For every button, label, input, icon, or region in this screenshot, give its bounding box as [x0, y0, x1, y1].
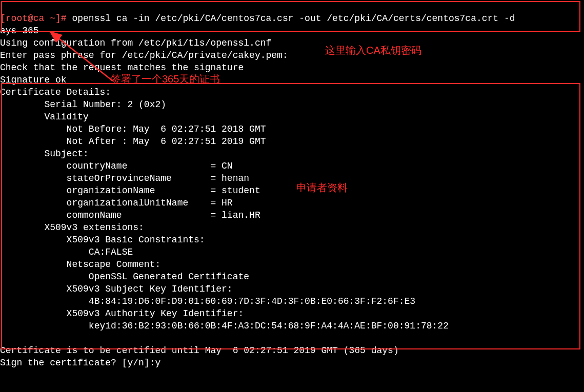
out-line-2: Enter pass phrase for /etc/pki/CA/privat… [0, 50, 288, 60]
out-line-25: Certificate is to be certified until May… [0, 345, 399, 356]
out-line-24: keyid:36:B2:93:0B:66:0B:4F:A3:DC:54:68:9… [0, 321, 449, 331]
command-text: openssl ca -in /etc/pki/CA/centos7ca.csr… [0, 13, 515, 36]
out-line-3: Check that the request matches the signa… [0, 63, 244, 73]
out-line-8: Not Before: May 6 02:27:51 2018 GMT [0, 124, 266, 134]
out-line-20: OpenSSL Generated Certificate [0, 272, 249, 282]
annotation-sign365: 签署了一个365天的证书 [111, 73, 220, 85]
out-line-9: Not After : May 6 02:27:51 2019 GMT [0, 136, 266, 147]
out-line-4: Signature ok [0, 75, 67, 85]
out-line-11: countryName = CN [0, 161, 233, 171]
out-line-26: Sign the certificate? [y/n]:y [0, 358, 160, 368]
out-line-21: X509v3 Subject Key Identifier: [0, 284, 238, 294]
annotation-subject: 申请者资料 [296, 181, 348, 194]
out-line-13: organizationName = student [0, 185, 260, 196]
out-line-18: CA:FALSE [0, 247, 133, 257]
terminal-window[interactable]: [root@ca ~]# openssl ca -in /etc/pki/CA/… [0, 0, 584, 392]
out-line-19: Netscape Comment: [0, 259, 166, 270]
out-line-16: X509v3 extensions: [0, 222, 144, 233]
out-line-14: organizationalUnitName = HR [0, 198, 233, 208]
out-line-17: X509v3 Basic Constraints: [0, 235, 210, 245]
annotation-passphrase: 这里输入CA私钥密码 [325, 44, 421, 56]
prompt-userhost: [root@ca ~]# [0, 13, 72, 24]
out-line-5: Certificate Details: [0, 87, 111, 97]
out-line-12: stateOrProvinceName = henan [0, 173, 249, 183]
out-line-15: commonName = lian.HR [0, 210, 260, 220]
out-line-7: Validity [0, 112, 89, 122]
out-line-10: Subject: [0, 149, 89, 159]
out-line-6: Serial Number: 2 (0x2) [0, 99, 166, 110]
out-line-23: X509v3 Authority Key Identifier: [0, 308, 249, 319]
out-line-1: Using configuration from /etc/pki/tls/op… [0, 38, 271, 48]
out-line-22: 4B:84:19:D6:0F:D9:01:60:69:7D:3F:4D:3F:0… [0, 296, 415, 306]
